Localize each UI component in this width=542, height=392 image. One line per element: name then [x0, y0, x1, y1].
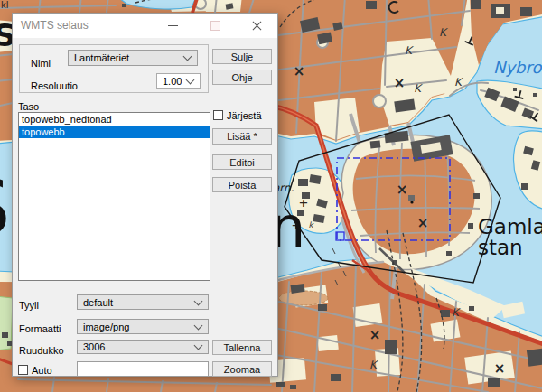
taso-label: Taso: [18, 101, 39, 112]
wmts-dialog: WMTS selaus Nimi Lantmäteriet Resoluutio…: [12, 13, 278, 377]
svg-text:×: ×: [369, 327, 381, 343]
tallenna-button[interactable]: Tallenna: [212, 340, 272, 355]
auto-label: Auto: [32, 365, 52, 376]
svg-text:×: ×: [417, 215, 429, 231]
resoluutio-label: Resoluutio: [31, 80, 78, 91]
auto-input[interactable]: [77, 361, 209, 377]
nimi-value: Lantmäteriet: [74, 52, 129, 63]
formaatti-label: Formaatti: [19, 323, 61, 334]
auto-checkbox[interactable]: [18, 365, 28, 375]
close-icon: [251, 20, 263, 32]
ohje-button[interactable]: Ohje: [212, 70, 272, 85]
tyyli-combobox[interactable]: default: [77, 294, 209, 310]
label-big-s-water: S: [0, 163, 10, 252]
lisaa-button[interactable]: Lisää *: [212, 128, 272, 145]
dialog-title: WMTS selaus: [21, 14, 89, 38]
maximize-button[interactable]: [197, 14, 233, 38]
minimize-icon: [168, 25, 178, 26]
dialog-titlebar[interactable]: WMTS selaus: [13, 14, 277, 38]
list-item[interactable]: topowebb_nedtonad: [19, 113, 210, 126]
chevron-down-icon: [183, 52, 192, 61]
ruudukko-combobox[interactable]: 3006: [77, 340, 209, 354]
editoi-button[interactable]: Editoi: [212, 154, 272, 170]
chevron-down-icon: [186, 75, 195, 84]
formaatti-combobox[interactable]: image/png: [77, 319, 209, 334]
tyyli-label: Tyyli: [19, 300, 39, 311]
chevron-down-icon: [194, 296, 203, 305]
resoluutio-value: 1.00: [163, 76, 182, 87]
jarjesta-checkbox[interactable]: [213, 110, 223, 120]
minimize-button[interactable]: [154, 14, 191, 38]
jarjesta-label: Järjestä: [227, 110, 262, 121]
zoomaa-button[interactable]: Zoomaa: [212, 361, 272, 377]
label-nybroviken: Nybro: [493, 58, 542, 77]
chevron-down-icon: [194, 341, 203, 350]
svg-text:×: ×: [294, 63, 305, 79]
svg-text:×: ×: [394, 75, 406, 91]
nimi-label: Nimi: [31, 58, 51, 69]
resoluutio-combobox[interactable]: 1.00: [156, 73, 201, 89]
ruudukko-label: Ruudukko: [19, 345, 64, 356]
tyyli-value: default: [83, 297, 113, 308]
screen: × × × × × × + + K K K K K K k Nybro Gaml…: [0, 0, 542, 392]
svg-text:×: ×: [494, 360, 506, 377]
nimi-combobox[interactable]: Lantmäteriet: [68, 50, 198, 66]
formaatti-value: image/png: [83, 322, 129, 332]
chevron-down-icon: [194, 321, 203, 330]
list-item-selected[interactable]: topowebb: [19, 126, 210, 138]
close-button[interactable]: [238, 14, 275, 38]
label-kl-top: kl: [1, 0, 9, 10]
ruudukko-value: 3006: [83, 341, 105, 352]
maximize-icon: [210, 21, 220, 31]
poista-button[interactable]: Poista: [212, 177, 272, 192]
sulje-button[interactable]: Sulje: [212, 49, 272, 64]
taso-listbox[interactable]: topowebb_nedtonad topowebb: [18, 112, 210, 281]
svg-text:×: ×: [397, 182, 408, 198]
